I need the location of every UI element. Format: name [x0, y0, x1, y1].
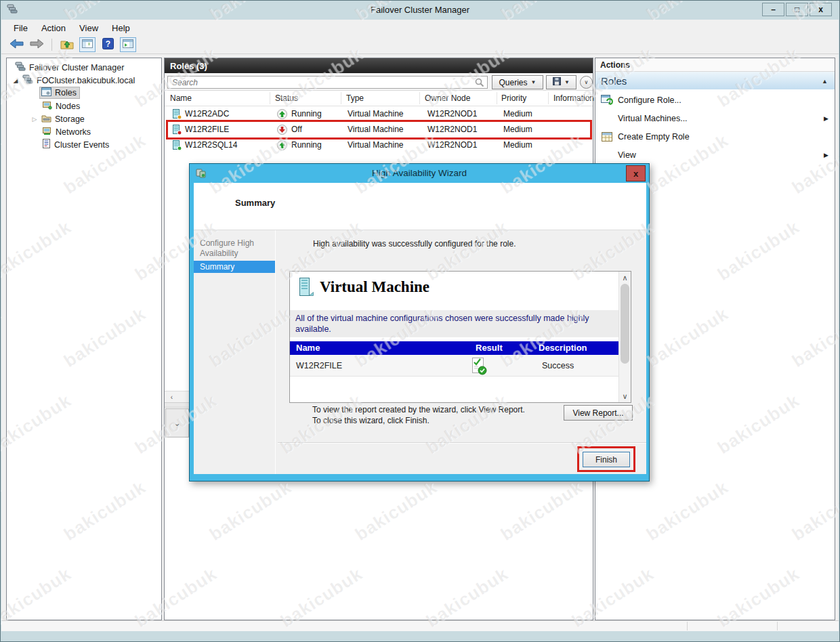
submenu-arrow-icon: ▶ — [824, 152, 828, 158]
action-label: Configure Role... — [618, 95, 681, 105]
save-query-dropdown[interactable]: ▼ — [546, 75, 576, 89]
actions-title: Actions — [595, 58, 835, 72]
up-level-button[interactable] — [59, 37, 75, 52]
action-configure-role[interactable]: Configure Role... — [595, 91, 835, 109]
action-view[interactable]: View ▶ — [595, 146, 835, 164]
maximize-button[interactable]: □ — [786, 3, 808, 16]
help-icon: ? — [102, 38, 114, 51]
actions-section-label: Roles — [601, 75, 627, 87]
close-button[interactable]: x — [810, 3, 832, 16]
scrollbar-thumb[interactable] — [621, 284, 629, 364]
virtual-machine-large-icon — [297, 277, 316, 305]
cluster-events-icon — [42, 139, 51, 150]
column-status[interactable]: Status — [275, 93, 298, 103]
search-input[interactable] — [167, 76, 488, 89]
nodes-icon — [42, 100, 52, 112]
step-summary: Summary — [194, 261, 275, 273]
expanded-arrow-icon[interactable]: ◢ — [12, 77, 19, 84]
role-status: Running — [291, 109, 322, 119]
help-button[interactable]: ? — [100, 37, 116, 52]
report-box: Virtual Machine All of the virtual machi… — [289, 271, 631, 403]
virtual-machine-icon — [171, 140, 182, 153]
tree-cluster-node[interactable]: ◢ FOCluster.bakicubuk.local — [12, 74, 135, 87]
scroll-left-icon[interactable]: ‹ — [166, 392, 177, 402]
report-scrollbar[interactable]: ∧ ∨ — [618, 272, 631, 402]
scroll-up-icon[interactable]: ∧ — [619, 272, 631, 283]
column-name[interactable]: Name — [170, 93, 192, 103]
window-title: Failover Cluster Manager — [1, 5, 839, 15]
menu-help[interactable]: Help — [105, 21, 137, 35]
success-message: High availability was successfully confi… — [313, 239, 516, 249]
roles-panel-header: Roles (3) — [165, 58, 593, 73]
role-owner: W12R2NOD1 — [427, 109, 477, 119]
step-summary-label: Summary — [194, 262, 234, 272]
scroll-down-icon[interactable]: ∨ — [619, 391, 631, 402]
minimize-button[interactable]: – — [762, 3, 784, 16]
success-result-icon — [470, 356, 488, 378]
report-row-description: Success — [542, 361, 574, 370]
table-column-header: Name Status Type Owner Node Priority Inf… — [165, 91, 593, 106]
back-button[interactable] — [8, 37, 24, 52]
high-availability-wizard-dialog: High Availability Wizard x Summary Confi… — [189, 163, 650, 481]
app-window: Failover Cluster Manager – □ x File Acti… — [0, 0, 840, 642]
status-running-icon — [277, 140, 287, 150]
action-label: View — [618, 150, 636, 160]
forward-icon — [30, 39, 44, 51]
column-owner-node[interactable]: Owner Node — [425, 93, 470, 103]
column-type[interactable]: Type — [346, 93, 364, 103]
report-table-header: Name Result Description — [290, 341, 619, 355]
annotation-highlight-finish — [577, 446, 635, 472]
report-column-name: Name — [296, 343, 320, 353]
sidebar-item-cluster-events[interactable]: Cluster Events — [42, 138, 109, 151]
sidebar-item-networks[interactable]: Networks — [42, 125, 91, 138]
role-type: Virtual Machine — [348, 140, 404, 150]
roles-icon — [41, 87, 51, 98]
chevron-down-icon: ▼ — [531, 79, 537, 85]
table-row[interactable]: W12R2SQL14 Running Virtual Machine W12R2… — [165, 137, 593, 153]
create-empty-role-icon — [600, 132, 614, 142]
queries-label: Queries — [499, 78, 528, 87]
tree-cluster-label: FOCluster.bakicubuk.local — [37, 76, 135, 85]
collapsed-arrow-icon[interactable]: ▷ — [31, 116, 38, 123]
dialog-separator — [278, 442, 646, 443]
action-pane-toggle[interactable] — [120, 37, 136, 52]
sidebar-item-roles[interactable]: Roles — [39, 86, 80, 99]
queries-dropdown[interactable]: Queries ▼ — [492, 75, 543, 89]
action-label: Virtual Machines... — [618, 114, 688, 123]
column-information[interactable]: Information — [553, 93, 594, 103]
details-collapse-button[interactable]: ⌄ — [165, 408, 189, 437]
action-pane-icon — [123, 39, 133, 50]
view-report-button[interactable]: View Report... — [564, 405, 633, 421]
wizard-page-title: Summary — [235, 198, 275, 208]
cluster-icon — [22, 74, 33, 86]
action-create-empty-role[interactable]: Create Empty Role — [595, 128, 835, 146]
sidebar-item-storage[interactable]: ▷ Storage — [31, 112, 85, 125]
role-status: Running — [291, 140, 322, 150]
dialog-body: Configure High Availability Summary High… — [194, 230, 646, 474]
menu-action[interactable]: Action — [35, 21, 72, 35]
column-priority[interactable]: Priority — [501, 93, 526, 103]
console-tree-toggle[interactable] — [79, 37, 96, 52]
tree-nodes-label: Nodes — [56, 102, 80, 111]
cluster-manager-icon — [15, 62, 26, 73]
actions-section-roles[interactable]: Roles — [595, 72, 835, 89]
step-configure-high-availability: Configure High Availability — [194, 238, 270, 259]
action-virtual-machines[interactable]: Virtual Machines... ▶ — [595, 110, 835, 127]
dialog-title-bar: High Availability Wizard x — [190, 164, 649, 183]
report-summary: All of the virtual machine configuration… — [290, 310, 619, 337]
annotation-highlight-row — [166, 120, 592, 140]
report-row-name: W12R2FILE — [296, 361, 342, 370]
chevron-up-icon[interactable]: ▲ — [822, 78, 828, 85]
expand-search-button[interactable]: ∨ — [580, 76, 593, 89]
dialog-close-button[interactable]: x — [626, 165, 646, 181]
role-owner: W12R2NOD1 — [427, 140, 477, 150]
sidebar-item-nodes[interactable]: Nodes — [42, 100, 80, 112]
menu-file[interactable]: File — [7, 21, 35, 35]
search-row: Queries ▼ ▼ ∨ — [165, 73, 593, 91]
back-icon — [9, 39, 24, 51]
forward-button[interactable] — [28, 37, 45, 52]
menu-view[interactable]: View — [72, 21, 105, 35]
toolbar-separator — [51, 39, 52, 51]
tree-root[interactable]: Failover Cluster Manager — [15, 61, 124, 74]
chevron-down-icon: ▼ — [564, 79, 570, 85]
